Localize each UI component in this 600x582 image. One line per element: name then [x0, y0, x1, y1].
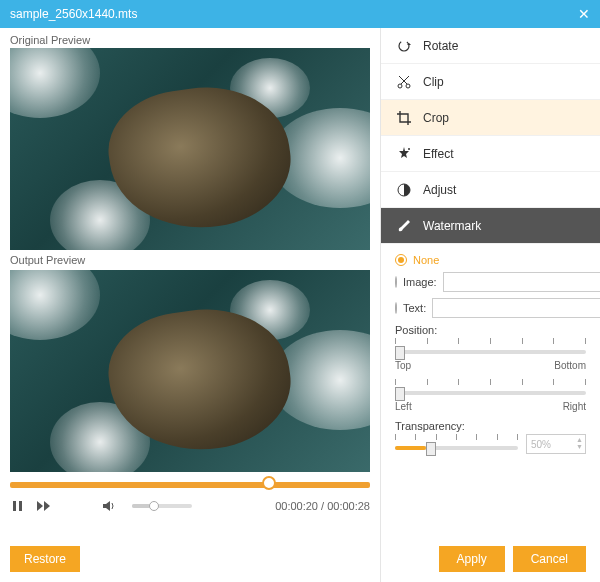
tab-rotate-label: Rotate [423, 39, 458, 53]
tab-rotate[interactable]: Rotate [381, 28, 600, 64]
left-panel: Original Preview Output Preview [0, 28, 380, 582]
svg-marker-11 [399, 147, 409, 158]
wm-image-row: Image: [395, 272, 586, 292]
total-time: 00:00:28 [327, 500, 370, 512]
svg-line-9 [401, 76, 409, 84]
svg-point-12 [408, 148, 410, 150]
pos-top-label: Top [395, 360, 411, 371]
tab-adjust[interactable]: Adjust [381, 172, 600, 208]
fast-forward-button[interactable] [36, 498, 52, 514]
restore-button[interactable]: Restore [10, 546, 80, 572]
svg-marker-3 [44, 501, 50, 511]
position-vertical-slider[interactable] [395, 338, 586, 358]
timeline-thumb[interactable] [262, 476, 276, 490]
wm-text-row: Text: T [395, 298, 586, 318]
pause-button[interactable] [10, 498, 26, 514]
brush-icon [395, 217, 413, 235]
svg-point-8 [406, 84, 410, 88]
tab-crop-label: Crop [423, 111, 449, 125]
original-preview [10, 48, 370, 250]
apply-button[interactable]: Apply [439, 546, 505, 572]
cancel-button[interactable]: Cancel [513, 546, 586, 572]
watermark-panel: None Image: Text: T Position: [381, 244, 600, 536]
transparency-slider[interactable] [395, 434, 518, 454]
main-area: Original Preview Output Preview [0, 28, 600, 582]
tab-adjust-label: Adjust [423, 183, 456, 197]
position-horizontal-slider[interactable] [395, 379, 586, 399]
wm-text-label: Text: [403, 302, 426, 314]
svg-marker-2 [37, 501, 43, 511]
playback-timeline[interactable] [10, 482, 370, 488]
pos-left-label: Left [395, 401, 412, 412]
svg-point-7 [398, 84, 402, 88]
window-title: sample_2560x1440.mts [10, 7, 137, 21]
current-time: 00:00:20 [275, 500, 318, 512]
wm-image-label: Image: [403, 276, 437, 288]
playback-time: 00:00:20 / 00:00:28 [275, 500, 370, 512]
output-preview-label: Output Preview [10, 254, 370, 266]
crop-icon [395, 109, 413, 127]
tab-crop[interactable]: Crop [381, 100, 600, 136]
left-bottom-row: Restore [10, 536, 370, 572]
tab-watermark[interactable]: Watermark [381, 208, 600, 244]
original-preview-label: Original Preview [10, 34, 370, 46]
svg-marker-4 [103, 501, 110, 511]
svg-point-5 [399, 41, 409, 51]
svg-rect-1 [19, 501, 22, 511]
svg-rect-0 [13, 501, 16, 511]
transparency-value: 50% [531, 439, 551, 450]
transparency-spinner[interactable]: 50% ▲▼ [526, 434, 586, 454]
tab-effect[interactable]: Effect [381, 136, 600, 172]
radio-image[interactable] [395, 276, 397, 288]
wm-image-input[interactable] [443, 272, 600, 292]
tab-clip-label: Clip [423, 75, 444, 89]
effect-icon [395, 145, 413, 163]
titlebar: sample_2560x1440.mts ✕ [0, 0, 600, 28]
svg-line-10 [399, 76, 407, 84]
transparency-label: Transparency: [395, 420, 586, 432]
right-bottom-row: Apply Cancel [381, 536, 600, 582]
pos-right-label: Right [563, 401, 586, 412]
close-icon[interactable]: ✕ [578, 6, 590, 22]
playback-controls: 00:00:20 / 00:00:28 [10, 496, 370, 516]
position-label: Position: [395, 324, 586, 336]
right-panel: Rotate Clip Crop Effect Adjust [380, 28, 600, 582]
wm-none-row: None [395, 254, 586, 266]
tab-effect-label: Effect [423, 147, 453, 161]
scissors-icon [395, 73, 413, 91]
wm-none-label: None [413, 254, 439, 266]
wm-text-input[interactable] [432, 298, 600, 318]
volume-icon[interactable] [102, 498, 118, 514]
rotate-icon [395, 37, 413, 55]
radio-text[interactable] [395, 302, 397, 314]
adjust-icon [395, 181, 413, 199]
tab-clip[interactable]: Clip [381, 64, 600, 100]
output-preview [10, 270, 370, 472]
pos-bottom-label: Bottom [554, 360, 586, 371]
radio-none[interactable] [395, 254, 407, 266]
volume-slider[interactable] [132, 504, 192, 508]
tab-watermark-label: Watermark [423, 219, 481, 233]
